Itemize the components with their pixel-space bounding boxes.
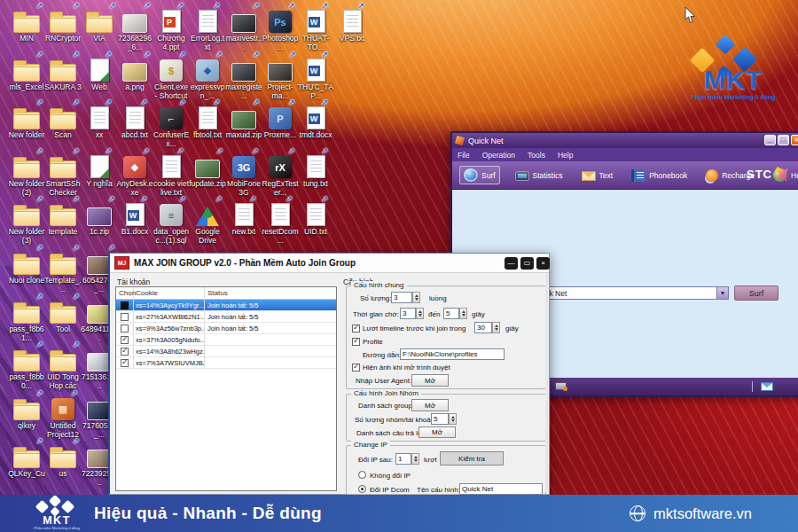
account-row[interactable]: xs=27%3AXWBl62N1...Join hoàn tất: 5/5 [116, 311, 336, 323]
desktop-icon[interactable]: ▦↗Untitled Project12 [44, 394, 82, 440]
desktop-icon[interactable]: P↗Proxme... [262, 103, 299, 140]
menu-operation[interactable]: Operation [482, 151, 515, 160]
desktop-icon[interactable]: ↗abcd.txt [116, 103, 153, 140]
desktop-icon[interactable]: Ps↗Photoshop... [262, 6, 299, 52]
desktop-icon[interactable]: ↗Scan [44, 103, 82, 140]
desktop-icon[interactable]: ↗Google Drive [189, 200, 226, 246]
desktop-icon[interactable]: $↗Client.exe - Shortcut [153, 55, 190, 101]
desktop-icon[interactable]: ↗RNCryptor [44, 6, 82, 43]
row-checkbox[interactable] [121, 301, 129, 309]
per-account-spinner[interactable] [449, 413, 457, 425]
profile-checkbox[interactable] [352, 338, 360, 346]
account-row[interactable]: xs=14%3AycyTk9Ygr...Join hoàn tất: 5/5 [116, 300, 336, 311]
toolbar-phonebook-button[interactable]: Phonebook [628, 168, 691, 184]
desktop-icon[interactable]: ↗VIA [81, 6, 118, 43]
close-button[interactable]: × [791, 135, 798, 145]
close-button[interactable]: × [536, 257, 550, 270]
desktop-icon[interactable]: ↗a.png [116, 55, 153, 92]
so-luong-input[interactable]: 3 [391, 292, 412, 303]
toolbar-text-button[interactable]: Text [578, 168, 617, 183]
maxjoin-titlebar[interactable]: MJ MAX JOIN GROUP v2.0 - Phần Mềm Auto J… [110, 254, 549, 273]
answers-open-button[interactable]: Mở [419, 426, 456, 438]
minimize-button[interactable]: — [505, 257, 518, 270]
desktop-icon[interactable]: 3G↗MobiFone 3G [225, 152, 262, 198]
account-row[interactable]: xs=9%3Az56w7znb3p...Join hoàn tất: 5/5 [116, 323, 336, 334]
dcom-radio[interactable] [358, 485, 366, 493]
chevron-down-icon[interactable]: ▼ [716, 287, 728, 299]
desktop-icon[interactable]: ↗UID Tong Hop các G... [44, 345, 82, 392]
desktop-icon[interactable]: ↗Ý nghĩa [81, 152, 118, 189]
desktop-icon[interactable]: ⌐↗ConfuserEx... [153, 103, 190, 149]
per-account-input[interactable]: 5 [431, 413, 449, 425]
desktop-icon[interactable]: ↗fbtool.txt [189, 103, 226, 140]
desktop-icon[interactable]: ↗mls_Excel [8, 55, 45, 92]
desktop-icon[interactable]: ↗New folder (2) [8, 152, 45, 198]
thoi-gian-from-input[interactable]: 3 [400, 308, 416, 319]
show-image-checkbox[interactable] [352, 364, 360, 372]
row-checkbox[interactable] [121, 313, 129, 321]
desktop-icon[interactable]: ↗Project-ma... [262, 55, 299, 101]
desktop-icon[interactable]: ↗SAKURA 3 [44, 55, 82, 92]
thoi-gian-to-spinner[interactable] [459, 308, 467, 319]
so-luong-spinner[interactable] [412, 292, 420, 303]
row-checkbox[interactable] [121, 359, 129, 367]
desktop-icon[interactable]: ↗cookie viet live.txt [153, 152, 190, 198]
check-ip-button[interactable]: Kiểm tra [440, 451, 504, 466]
desktop-icon[interactable]: ↗VPS.txt [333, 6, 371, 43]
desktop-icon[interactable]: ↗new.txt [225, 200, 262, 237]
desktop-icon[interactable]: ↗THUẬT-TO... [297, 6, 334, 52]
desktop-icon[interactable]: ↗New folder [8, 103, 45, 140]
desktop-icon[interactable]: ↗1c.zip [81, 200, 118, 237]
maximize-button[interactable]: □ [778, 135, 789, 145]
user-agent-open-button[interactable]: Mở [411, 374, 449, 387]
toolbar-statistics-button[interactable]: Statistics [512, 168, 567, 183]
desktop-icon[interactable]: ↗MIN [8, 6, 45, 43]
profile-name-combobox[interactable]: Quick Net ▼ [530, 286, 729, 300]
menu-tools[interactable]: Tools [528, 151, 545, 160]
account-row[interactable]: xs=14%3A8h623wHgz... [116, 346, 336, 357]
config-name-input[interactable]: Quick Net [459, 483, 543, 495]
thoi-gian-to-input[interactable]: 5 [443, 308, 459, 319]
menu-help[interactable]: Help [558, 151, 573, 160]
desktop-icon[interactable]: rX↗RegExTester... [262, 152, 299, 198]
desktop-icon[interactable]: ↗pass_f8bb0... [8, 345, 45, 391]
desktop-icon[interactable]: ↗fupdate.zip [189, 152, 226, 189]
desktop-icon[interactable]: ↗THỰC_TẬP... [297, 55, 334, 101]
desktop-icon[interactable]: ↗Tool [44, 297, 82, 334]
desktop-icon[interactable]: ↗SmartSSh Checker [44, 152, 82, 198]
scrollbar[interactable] [545, 275, 548, 492]
desktop-icon[interactable]: ↗pass_f8b61... [8, 297, 45, 343]
surf-button[interactable]: Surf [734, 286, 778, 301]
menu-file[interactable]: File [458, 151, 470, 160]
desktop-icon[interactable]: ↗template [44, 200, 82, 237]
toolbar-surf-button[interactable]: Surf [459, 166, 500, 184]
account-row[interactable]: xs=37%3A005gNdufo... [116, 334, 336, 346]
footer-site-block[interactable]: mktsoftware.vn [630, 505, 752, 522]
desktop-icon[interactable]: ↗QLKey_Cu [8, 442, 45, 479]
account-row[interactable]: xs=7%3A7WSIUVMJBJ... [116, 357, 336, 369]
row-checkbox[interactable] [121, 325, 129, 332]
timeline-spinner[interactable] [492, 322, 500, 333]
timeline-checkbox[interactable] [352, 325, 360, 332]
desktop-icon[interactable]: ≡↗data_openc...(1).sql [153, 200, 190, 246]
desktop-icon[interactable]: ↗tmdt.docx [297, 103, 334, 140]
desktop-icon[interactable]: ↗xx [81, 103, 118, 140]
minimize-button[interactable]: _ [764, 135, 776, 145]
desktop-icon[interactable]: ↗Web [81, 55, 118, 92]
desktop-icon[interactable]: ↗maxivestr... [225, 6, 262, 52]
doi-ip-input[interactable]: 1 [395, 453, 411, 465]
no-change-ip-radio[interactable] [358, 471, 366, 479]
desktop-icon[interactable]: ↗maxuid.zip [225, 103, 262, 140]
desktop-icon[interactable]: ◆↗AnyDesk.exe [116, 152, 153, 198]
desktop-icon[interactable]: ↗ErrorLog.txt [189, 6, 226, 52]
desktop-icon[interactable]: ↗72368296_6... [116, 6, 153, 52]
desktop-icon[interactable]: ↗Chương 4.ppt [153, 6, 190, 52]
desktop-icon[interactable]: ↗UID.txt [297, 200, 334, 237]
path-input[interactable]: F:\NuoiNkClone\profiles [400, 348, 505, 360]
desktop-icon[interactable]: ↗tung.txt [297, 152, 334, 189]
desktop-icon[interactable]: ◆↗expressvpn_... [189, 55, 226, 101]
desktop-icon[interactable]: ↗Nuoi clone [8, 248, 45, 286]
group-list-open-button[interactable]: Mở [411, 399, 449, 411]
quicknet-titlebar[interactable]: Quick Net _ □ × [452, 133, 798, 148]
thoi-gian-from-spinner[interactable] [416, 308, 424, 319]
